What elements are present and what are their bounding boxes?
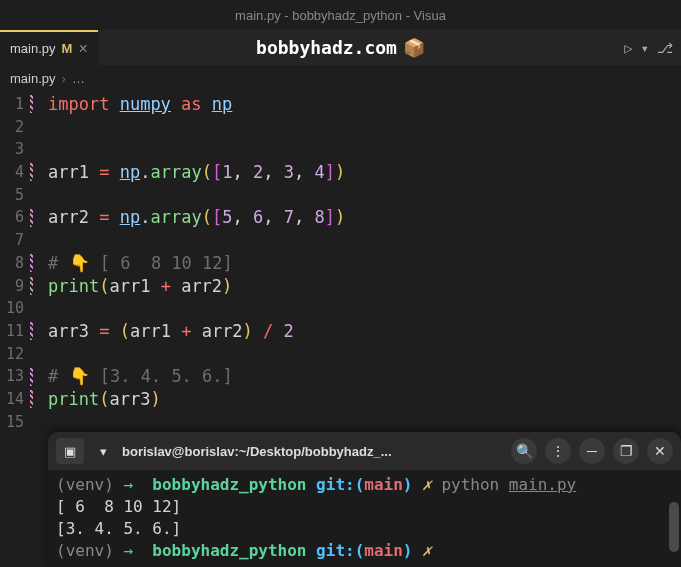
terminal-line: (venv) → bobbyhadz_python git:(main) ✗	[56, 540, 673, 562]
line-number: 13	[0, 365, 26, 388]
breadcrumb-more: …	[72, 71, 85, 86]
window-title-bar: main.py - bobbyhadz_python - Visua	[0, 0, 681, 30]
tab-bar: main.py M × bobbyhadz.com 📦 ▷ ▾ ⎇	[0, 30, 681, 65]
line-number: 3	[0, 138, 26, 161]
menu-icon[interactable]: ⋮	[545, 438, 571, 464]
tab-main-py[interactable]: main.py M ×	[0, 30, 98, 65]
tab-dropdown-icon[interactable]: ▾	[92, 438, 114, 464]
breadcrumb[interactable]: main.py › …	[0, 65, 681, 91]
run-icon[interactable]: ▷	[624, 40, 632, 56]
tab-modified-indicator: M	[62, 41, 73, 56]
close-icon[interactable]: ×	[78, 40, 87, 58]
fold-marks	[26, 93, 36, 433]
cube-icon: 📦	[403, 37, 425, 58]
breadcrumb-file: main.py	[10, 71, 56, 86]
editor-actions: ▷ ▾ ⎇	[624, 40, 673, 56]
line-number: 11	[0, 320, 26, 343]
terminal-scrollbar[interactable]	[669, 502, 679, 552]
line-number: 7	[0, 229, 26, 252]
new-tab-button[interactable]: ▣	[56, 438, 84, 464]
line-number: 9	[0, 275, 26, 298]
code-line	[48, 116, 681, 139]
code-line: print(arr1 + arr2)	[48, 275, 681, 298]
code-line: # 👇 [ 6 8 10 12]	[48, 252, 681, 275]
code-line	[48, 297, 681, 320]
line-number: 15	[0, 411, 26, 434]
line-number-gutter: 1 2 3 4 5 6 7 8 9 10 11 12 13 14 15	[0, 93, 26, 433]
line-number: 6	[0, 206, 26, 229]
code-editor[interactable]: 1 2 3 4 5 6 7 8 9 10 11 12 13 14 15 impo…	[0, 91, 681, 433]
code-line: print(arr3)	[48, 388, 681, 411]
code-content[interactable]: import numpy as np arr1 = np.array([1, 2…	[36, 93, 681, 433]
line-number: 1	[0, 93, 26, 116]
terminal-line: (venv) → bobbyhadz_python git:(main) ✗ p…	[56, 474, 673, 496]
code-line: arr3 = (arr1 + arr2) / 2	[48, 320, 681, 343]
search-icon[interactable]: 🔍	[511, 438, 537, 464]
terminal-window: ▣ ▾ borislav@borislav:~/Desktop/bobbyhad…	[48, 432, 681, 567]
line-number: 2	[0, 116, 26, 139]
code-line: arr2 = np.array([5, 6, 7, 8])	[48, 206, 681, 229]
code-line: # 👇 [3. 4. 5. 6.]	[48, 365, 681, 388]
tab-filename: main.py	[10, 41, 56, 56]
line-number: 14	[0, 388, 26, 411]
maximize-icon[interactable]: ❐	[613, 438, 639, 464]
line-number: 12	[0, 343, 26, 366]
terminal-line: [3. 4. 5. 6.]	[56, 518, 673, 540]
watermark: bobbyhadz.com 📦	[256, 37, 425, 58]
run-chevron-icon[interactable]: ▾	[641, 40, 649, 56]
terminal-title: borislav@borislav:~/Desktop/bobbyhadz_..…	[122, 444, 503, 459]
chevron-right-icon: ›	[62, 71, 66, 86]
code-line	[48, 411, 681, 434]
terminal-titlebar[interactable]: ▣ ▾ borislav@borislav:~/Desktop/bobbyhad…	[48, 432, 681, 470]
line-number: 4	[0, 161, 26, 184]
code-line	[48, 184, 681, 207]
terminal-body[interactable]: (venv) → bobbyhadz_python git:(main) ✗ p…	[48, 470, 681, 566]
line-number: 8	[0, 252, 26, 275]
code-line	[48, 229, 681, 252]
line-number: 5	[0, 184, 26, 207]
close-icon[interactable]: ✕	[647, 438, 673, 464]
window-title: main.py - bobbyhadz_python - Visua	[235, 8, 446, 23]
watermark-text: bobbyhadz.com	[256, 37, 397, 58]
minimize-icon[interactable]: ─	[579, 438, 605, 464]
terminal-line: [ 6 8 10 12]	[56, 496, 673, 518]
code-line	[48, 343, 681, 366]
code-line: import numpy as np	[48, 93, 681, 116]
line-number: 10	[0, 297, 26, 320]
code-line	[48, 138, 681, 161]
branch-icon[interactable]: ⎇	[657, 40, 673, 56]
code-line: arr1 = np.array([1, 2, 3, 4])	[48, 161, 681, 184]
